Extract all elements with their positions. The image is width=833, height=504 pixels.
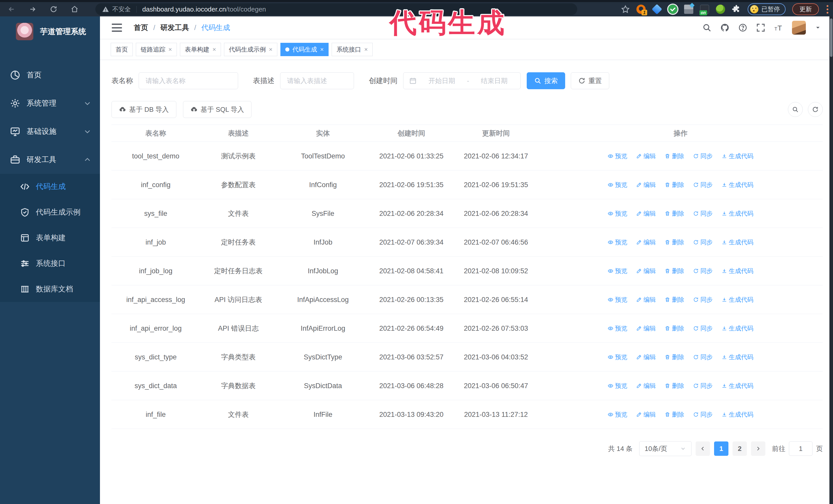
sync-button[interactable]: 同步 (693, 180, 713, 190)
close-icon[interactable]: × (168, 46, 172, 53)
delete-button[interactable]: 删除 (665, 237, 684, 247)
extension-orange-icon[interactable]: 1 (636, 5, 646, 14)
sidebar-item-system-api[interactable]: 系统接口 (0, 251, 100, 277)
page-button-2[interactable]: 2 (733, 441, 747, 456)
close-icon[interactable]: × (213, 46, 216, 53)
fullscreen-icon[interactable] (756, 23, 765, 32)
tab-codegen[interactable]: 代码生成 × (280, 43, 329, 56)
search-button[interactable]: 搜索 (527, 72, 565, 89)
edit-button[interactable]: 编辑 (636, 209, 656, 219)
preview-button[interactable]: 预览 (608, 180, 627, 190)
sidebar-item-db-doc[interactable]: 数据库文档 (0, 277, 100, 302)
sync-button[interactable]: 同步 (693, 294, 713, 305)
extension-gem-icon[interactable] (652, 4, 662, 15)
generate-code-button[interactable]: 生成代码 (721, 409, 754, 419)
generate-code-button[interactable]: 生成代码 (721, 209, 754, 219)
window-scrollbar[interactable] (829, 17, 833, 504)
sync-button[interactable]: 同步 (693, 352, 713, 362)
sync-button[interactable]: 同步 (693, 151, 713, 161)
sync-button[interactable]: 同步 (693, 237, 713, 247)
preview-button[interactable]: 预览 (608, 409, 627, 419)
edit-button[interactable]: 编辑 (636, 323, 656, 334)
generate-code-button[interactable]: 生成代码 (721, 381, 754, 391)
breadcrumb-home[interactable]: 首页 (134, 23, 148, 32)
delete-button[interactable]: 删除 (665, 180, 684, 190)
sidebar-item-home[interactable]: 首页 (0, 61, 100, 89)
browser-back-icon[interactable] (8, 5, 15, 13)
close-icon[interactable]: × (269, 46, 272, 53)
github-icon[interactable] (720, 23, 730, 32)
font-size-icon[interactable]: TT (774, 23, 783, 32)
help-icon[interactable] (738, 23, 747, 32)
extensions-puzzle-icon[interactable] (732, 5, 741, 14)
goto-page-input[interactable] (789, 441, 812, 456)
close-icon[interactable]: × (320, 46, 324, 53)
close-icon[interactable]: × (364, 46, 368, 53)
tab-trace[interactable]: 链路追踪 × (136, 43, 177, 56)
edit-button[interactable]: 编辑 (636, 151, 656, 161)
edit-button[interactable]: 编辑 (636, 294, 656, 305)
sync-button[interactable]: 同步 (693, 209, 713, 219)
extension-key-icon[interactable] (716, 5, 725, 14)
generate-code-button[interactable]: 生成代码 (721, 266, 754, 276)
preview-button[interactable]: 预览 (608, 209, 627, 219)
sidebar-logo[interactable]: 芋道管理系统 (0, 17, 100, 47)
page-size-select[interactable]: 10条/页 (639, 441, 691, 456)
prev-page-button[interactable] (696, 441, 710, 456)
generate-code-button[interactable]: 生成代码 (721, 294, 754, 305)
reset-button[interactable]: 重置 (571, 72, 609, 89)
edit-button[interactable]: 编辑 (636, 352, 656, 362)
preview-button[interactable]: 预览 (608, 381, 627, 391)
extension-grid-icon[interactable] (684, 5, 693, 14)
sidebar-toggle-icon[interactable] (112, 24, 122, 32)
sidebar-item-form-builder[interactable]: 表单构建 (0, 225, 100, 251)
bookmark-star-icon[interactable] (621, 5, 630, 14)
browser-update-button[interactable]: 更新 (792, 3, 819, 15)
breadcrumb-devtools[interactable]: 研发工具 (161, 23, 189, 32)
sidebar-item-infra[interactable]: 基础设施 (0, 117, 100, 146)
tab-codegen-demo[interactable]: 代码生成示例 × (224, 43, 277, 56)
delete-button[interactable]: 删除 (665, 266, 684, 276)
sidebar-item-system[interactable]: 系统管理 (0, 89, 100, 117)
table-name-input[interactable] (139, 72, 238, 89)
preview-button[interactable]: 预览 (608, 352, 627, 362)
import-sql-button[interactable]: 基于 SQL 导入 (183, 101, 252, 118)
edit-button[interactable]: 编辑 (636, 409, 656, 419)
edit-button[interactable]: 编辑 (636, 381, 656, 391)
delete-button[interactable]: 删除 (665, 352, 684, 362)
address-bar[interactable]: 不安全 dashboard.yudao.iocoder.cn /tool/cod… (95, 3, 577, 15)
import-db-button[interactable]: 基于 DB 导入 (112, 101, 176, 118)
next-page-button[interactable] (751, 441, 765, 456)
edit-button[interactable]: 编辑 (636, 237, 656, 247)
preview-button[interactable]: 预览 (608, 237, 627, 247)
generate-code-button[interactable]: 生成代码 (721, 323, 754, 334)
tab-form-builder[interactable]: 表单构建 × (180, 43, 221, 56)
user-avatar[interactable] (792, 21, 806, 34)
tab-home[interactable]: 首页 (111, 43, 133, 56)
profile-paused-chip[interactable]: 已暂停 (748, 3, 786, 15)
header-search-icon[interactable] (702, 23, 712, 32)
delete-button[interactable]: 删除 (665, 323, 684, 334)
browser-reload-icon[interactable] (50, 5, 57, 13)
sidebar-item-codegen-demo[interactable]: 代码生成示例 (0, 199, 100, 225)
edit-button[interactable]: 编辑 (636, 266, 656, 276)
generate-code-button[interactable]: 生成代码 (721, 237, 754, 247)
delete-button[interactable]: 删除 (665, 409, 684, 419)
sync-button[interactable]: 同步 (693, 323, 713, 334)
delete-button[interactable]: 删除 (665, 151, 684, 161)
sidebar-item-devtools[interactable]: 研发工具 (0, 146, 100, 174)
tab-system-api[interactable]: 系统接口 × (332, 43, 373, 56)
table-desc-input[interactable] (280, 72, 354, 89)
browser-menu-icon[interactable] (827, 5, 828, 14)
edit-button[interactable]: 编辑 (636, 180, 656, 190)
delete-button[interactable]: 删除 (665, 381, 684, 391)
generate-code-button[interactable]: 生成代码 (721, 151, 754, 161)
browser-home-icon[interactable] (71, 5, 78, 13)
extension-dark-icon[interactable]: on (700, 5, 709, 14)
page-button-1[interactable]: 1 (714, 441, 729, 456)
scrollbar-thumb[interactable] (830, 19, 832, 57)
toggle-search-button[interactable] (788, 102, 803, 117)
generate-code-button[interactable]: 生成代码 (721, 180, 754, 190)
preview-button[interactable]: 预览 (608, 323, 627, 334)
refresh-table-button[interactable] (808, 102, 823, 117)
